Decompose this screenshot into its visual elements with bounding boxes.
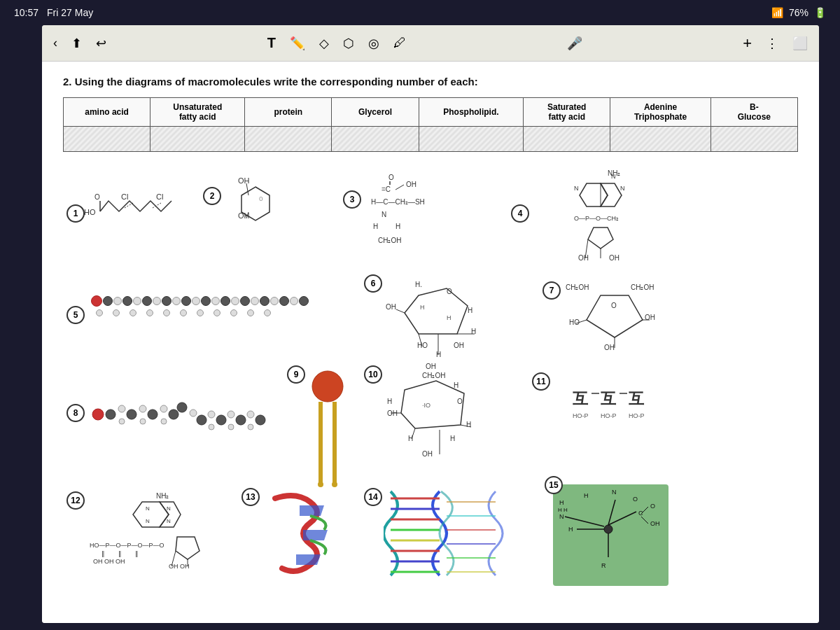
molecule-10: 10 CH₂OH H O H OH H ·IO <box>364 365 500 488</box>
molecule-8-balls <box>91 393 273 452</box>
svg-line-149 <box>608 512 636 525</box>
svg-text:OH: OH <box>650 520 660 527</box>
svg-point-67 <box>148 410 158 419</box>
molecule-2-number: 2 <box>203 187 221 205</box>
svg-text:H H: H H <box>558 507 568 513</box>
svg-marker-114 <box>133 502 169 527</box>
molecule-13-number: 13 <box>241 488 260 506</box>
molecule-9-number: 9 <box>287 365 305 384</box>
svg-point-82 <box>209 424 214 430</box>
svg-text:=C: =C <box>382 186 391 193</box>
svg-text:H: H <box>387 398 392 405</box>
col-unsaturated: Unsaturatedfatty acid <box>150 98 245 127</box>
molecule-12-number: 12 <box>66 491 85 510</box>
cell-amino-acid[interactable] <box>64 127 150 152</box>
shape-icon[interactable]: ⬡ <box>343 36 354 51</box>
molecule-13-svg <box>261 484 349 582</box>
svg-line-158 <box>641 517 648 524</box>
svg-text:HO: HO <box>84 208 96 216</box>
cell-unsaturated[interactable] <box>150 127 245 152</box>
cell-glucose[interactable] <box>710 127 797 152</box>
svg-text:N: N <box>146 518 150 524</box>
svg-text:H: H <box>396 223 400 230</box>
svg-text:N: N <box>559 513 564 520</box>
svg-text:H: H <box>436 351 441 358</box>
back-icon[interactable]: ‹ <box>53 36 57 50</box>
svg-text:N: N <box>611 173 616 180</box>
svg-text:O: O <box>633 496 638 503</box>
molecule-4-svg: NH₂ N N N O—P—O—CH₂ OH OH <box>531 166 646 281</box>
svg-text:N: N <box>574 185 579 192</box>
molecule-12: 12 NH₂ N N N N HO—P—O—P—O—P—O ‖ ‖ <box>66 488 224 589</box>
cell-adenine[interactable] <box>610 127 710 152</box>
svg-text:o: o <box>259 195 263 202</box>
text-icon[interactable]: T <box>267 35 276 51</box>
molecule-9-svg <box>307 365 349 488</box>
svg-point-74 <box>216 415 226 425</box>
molecule-14-number: 14 <box>364 488 382 506</box>
svg-line-148 <box>608 500 615 525</box>
molecule-3: 3 O =C OH H—C—CH₂—SH N H H CH₂OH <box>343 169 465 267</box>
minimize-icon[interactable]: ⬜ <box>792 36 808 51</box>
content-area: 2. Using the diagrams of macromolecules … <box>42 62 819 623</box>
svg-text:·IO: ·IO <box>422 402 430 409</box>
svg-point-80 <box>140 419 146 424</box>
mic-icon[interactable]: 🎤 <box>567 36 582 51</box>
svg-text:Cl: Cl <box>121 192 128 201</box>
molecule-11-svg: 互 互 互 HO-P HO-P HO-P <box>552 365 685 470</box>
svg-text:H: H <box>466 421 471 428</box>
svg-point-71 <box>190 410 197 416</box>
svg-text:OH   OH   OH: OH OH OH <box>93 558 125 565</box>
svg-text:O: O <box>650 503 655 510</box>
cell-saturated[interactable] <box>524 127 610 152</box>
svg-text:CH₂OH: CH₂OH <box>566 284 589 291</box>
svg-point-65 <box>127 410 136 419</box>
question-text: 2. Using the diagrams of macromolecules … <box>63 76 798 88</box>
svg-marker-24 <box>580 183 608 206</box>
svg-text:OH: OH <box>422 450 433 458</box>
svg-text:CH₂OH: CH₂OH <box>422 372 445 379</box>
svg-text:N: N <box>382 211 386 218</box>
molecule-3-svg: O =C OH H—C—CH₂—SH N H H CH₂OH <box>360 169 465 267</box>
undo-icon[interactable]: ↩ <box>96 36 106 51</box>
battery-display: 76% <box>789 7 808 18</box>
share-icon[interactable]: ⬆ <box>71 36 82 51</box>
col-phospholipid: Phospholipid. <box>419 98 524 127</box>
cell-protein[interactable] <box>245 127 332 152</box>
battery-icon: 🔋 <box>814 7 826 18</box>
molecule-11-number: 11 <box>532 372 550 391</box>
svg-text:H: H <box>454 382 458 389</box>
status-bar: 10:57 Fri 27 May 📶 76% 🔋 <box>0 0 840 25</box>
svg-text:N: N <box>167 505 171 512</box>
svg-text:OH: OH <box>454 342 464 349</box>
svg-point-63 <box>106 410 115 419</box>
lasso-icon[interactable]: ◎ <box>368 36 379 51</box>
pen-icon[interactable]: ✏️ <box>290 36 305 51</box>
svg-marker-25 <box>601 183 622 206</box>
col-protein: protein <box>245 98 332 127</box>
svg-text:H: H <box>568 526 573 533</box>
highlight-icon[interactable]: 🖊 <box>393 36 406 50</box>
svg-point-64 <box>118 405 125 412</box>
svg-text:H.: H. <box>415 281 422 288</box>
tablet-screen: ‹ ⬆ ↩ T ✏️ ◇ ⬡ ◎ 🖊 🎤 + ⋮ ⬜ 2. Using the … <box>42 25 819 623</box>
svg-text:OH: OH <box>604 344 615 351</box>
svg-text:N: N <box>146 505 150 512</box>
molecule-4: 4 NH₂ N N N O—P—O—CH₂ <box>511 166 648 281</box>
svg-text:C: C <box>638 510 643 517</box>
more-icon[interactable]: ⋮ <box>766 36 778 51</box>
cell-phospholipid[interactable] <box>419 127 524 152</box>
svg-text:‖: ‖ <box>102 550 105 557</box>
molecule-7-number: 7 <box>542 281 561 300</box>
svg-text:互: 互 <box>601 390 617 407</box>
cell-glycerol[interactable] <box>332 127 419 152</box>
eraser-icon[interactable]: ◇ <box>319 36 329 51</box>
svg-text:OH: OH <box>578 254 589 262</box>
add-icon[interactable]: + <box>743 34 752 52</box>
svg-line-11 <box>246 183 248 195</box>
molecule-15-svg: H H N O H R C O <box>556 487 664 582</box>
svg-text:R: R <box>601 562 606 569</box>
svg-point-79 <box>119 419 125 424</box>
molecule-5: 5 <box>66 281 326 358</box>
date-display: Fri 27 May <box>47 7 93 18</box>
